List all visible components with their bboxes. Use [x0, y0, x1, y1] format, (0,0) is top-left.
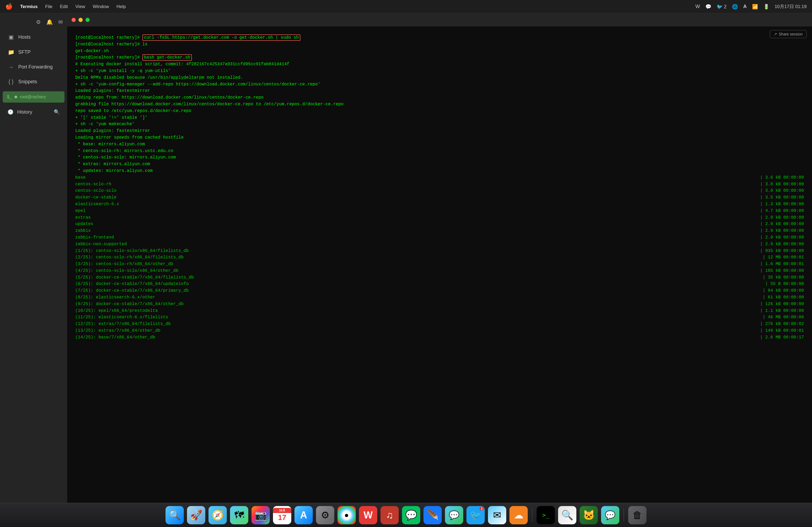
close-button[interactable]: [71, 18, 76, 22]
terminal-line-4: [root@localhost rachery]# bash get-docke…: [75, 54, 804, 61]
active-session[interactable]: $_ root@rachery: [3, 91, 64, 103]
menu-termius[interactable]: Termius: [20, 4, 38, 10]
dock-photos[interactable]: 📷: [251, 506, 270, 524]
terminal-line-17: * base: mirrors.aliyun.com: [75, 141, 804, 148]
menu-view[interactable]: View: [75, 4, 85, 10]
finder-icon: 🔍: [169, 510, 181, 521]
terminal-dock-icon: >_: [542, 512, 550, 518]
menubar-widget-w[interactable]: W: [695, 4, 700, 10]
spotlight-icon: 🔍: [561, 510, 574, 521]
menu-edit[interactable]: Edit: [60, 4, 68, 10]
dock-spotlight[interactable]: 🔍: [558, 506, 576, 524]
dock-messages[interactable]: 💬: [445, 506, 463, 524]
menubar-wechat[interactable]: 💬: [705, 4, 711, 10]
menubar-globe[interactable]: 🌐: [732, 4, 738, 10]
menubar-battery[interactable]: 🔋: [763, 4, 769, 10]
snippets-icon: { }: [8, 79, 15, 85]
dock-launchpad[interactable]: 🚀: [187, 506, 205, 524]
terminal-table-row-4-25: (4/25): centos-sclo-sclo/x86_64/other_db…: [75, 267, 804, 274]
terminal-table-row-11-25: (11/25): elasticsearch-6.x/filelists | 4…: [75, 314, 804, 321]
terminal-table-row-12-25: (12/25): extras/7/x86_64/filelists_db | …: [75, 321, 804, 327]
dock-chrome[interactable]: ●: [337, 506, 356, 524]
terminal-line-2: [root@localhost rachery]# ls: [75, 41, 804, 48]
sftp-label: SFTP: [18, 49, 31, 55]
menu-help[interactable]: Help: [117, 4, 126, 10]
dock-calendar[interactable]: 10月 17: [273, 506, 291, 524]
maximize-button[interactable]: [85, 18, 90, 22]
dock-catapult[interactable]: 🐱: [580, 506, 598, 524]
dock-wechat[interactable]: 💬: [402, 506, 420, 524]
bell-icon[interactable]: 🔔: [46, 19, 53, 25]
calendar-month-icon: 10月: [273, 508, 291, 513]
dock-lark[interactable]: 🪶: [423, 506, 442, 524]
terminal-line-10: adding repo from: https://download.docke…: [75, 94, 804, 101]
minimize-button[interactable]: [78, 18, 83, 22]
sidebar-item-port-forwarding[interactable]: → Port Forwarding: [2, 60, 65, 74]
dock-terminal[interactable]: >_: [537, 506, 555, 524]
terminal-table-row-8-25: (8/25): elasticsearch-6.x/other | 61 kB …: [75, 294, 804, 301]
mail-icon[interactable]: ✉: [58, 19, 63, 25]
terminal-table-row-13-25: (13/25): extras/7/x86_64/other_db | 149 …: [75, 327, 804, 334]
sidebar-item-sftp[interactable]: 📁 SFTP: [2, 45, 65, 59]
terminal-line-21: * updates: mirrors.aliyun.com: [75, 167, 804, 174]
dock-maps[interactable]: 🗺: [230, 506, 248, 524]
twitter-badge: 1: [479, 507, 484, 510]
dock-separator-2: [624, 509, 624, 522]
terminal-wrapper: ↗ Share session [root@localhost rachery]…: [67, 13, 812, 503]
terminal-table-row-sclo: centos-sclo-sclo | 3.0 kB 00:00:00: [75, 188, 804, 194]
terminal-line-11: grabbing file https://download.docker.co…: [75, 101, 804, 108]
menubar-twitter[interactable]: 🐦 2: [716, 4, 727, 10]
settings-icon[interactable]: ⚙: [36, 19, 41, 25]
terminal-line-16: Loading mirror speeds from cached hostfi…: [75, 134, 804, 141]
menubar-a[interactable]: A: [743, 4, 747, 10]
terminal-table-row-es6: elasticsearch-6.x | 1.3 kB 00:00:00: [75, 201, 804, 208]
terminal-table-row-5-25: (5/25): docker-ce-stable/7/x86_64/fileli…: [75, 274, 804, 281]
imessage-icon: 💬: [605, 510, 615, 520]
sidebar: ⚙ 🔔 ✉ ▣ Hosts 📁 SFTP → Port Forwarding {…: [0, 13, 67, 503]
terminal-table-row-2-25: (2/25): centos-sclo-rh/x86_64/filelists_…: [75, 254, 804, 261]
sidebar-item-snippets[interactable]: { } Snippets: [2, 75, 65, 89]
dock-music[interactable]: ♫: [380, 506, 399, 524]
terminal-table-row-epel: epel | 4.7 kB 00:00:00: [75, 208, 804, 214]
terminal-line-14: + sh -c 'yum makecache': [75, 121, 804, 128]
launchpad-icon: 🚀: [190, 510, 202, 521]
music-icon: ♫: [386, 510, 393, 521]
terminal-table-row-14-25: (14/25): base/7/x86_64/other_db | 2.6 MB…: [75, 334, 804, 341]
appstore-icon: A: [300, 510, 307, 521]
terminal-line-18: * centos-sclo-rh: mirrors.ustc.edu.cn: [75, 148, 804, 155]
traffic-lights: [67, 14, 94, 26]
dock-separator: [532, 509, 532, 522]
port-forwarding-label: Port Forwarding: [18, 64, 53, 70]
dock-mail[interactable]: ✉: [488, 506, 506, 524]
search-icon[interactable]: 🔍: [54, 109, 60, 115]
terminal-table-row-extras: extras | 2.9 kB 00:00:00: [75, 214, 804, 221]
menu-window[interactable]: Window: [93, 4, 109, 10]
lark-icon: 🪶: [427, 510, 439, 521]
terminal-table-row-zabbix-fe: zabbix-frontend | 2.9 kB 00:00:00: [75, 234, 804, 241]
dock-imessage[interactable]: 💬: [601, 506, 619, 524]
menubar-wifi[interactable]: 📶: [752, 4, 758, 10]
dock-appstore[interactable]: A: [294, 506, 313, 524]
dock-settings[interactable]: ⚙: [316, 506, 334, 524]
menu-file[interactable]: File: [45, 4, 53, 10]
terminal-content[interactable]: [root@localhost rachery]# curl -fsSL htt…: [67, 29, 812, 503]
dock-finder[interactable]: 🔍: [165, 506, 184, 524]
dock-safari[interactable]: 🧭: [208, 506, 227, 524]
sidebar-item-hosts[interactable]: ▣ Hosts: [2, 30, 65, 44]
trash-icon: 🗑: [633, 510, 642, 521]
menubar-datetime: 10月17日 01:19: [775, 3, 807, 10]
dock-trash[interactable]: 🗑: [628, 506, 647, 524]
dock-twitter[interactable]: 🐦 1: [466, 506, 485, 524]
mail-dock-icon: ✉: [493, 510, 501, 521]
wechat-icon: 💬: [405, 510, 417, 521]
terminal-line-13: + '[' stable '!=' stable ']': [75, 114, 804, 121]
dock: 🔍 🚀 🧭 🗺 📷 10月 17 A ⚙ ● W ♫ 💬 🪶 💬 🐦 1: [0, 503, 812, 527]
share-icon: ↗: [774, 32, 777, 36]
apple-menu[interactable]: 🍎: [5, 3, 13, 10]
share-session-button[interactable]: ↗ Share session: [770, 30, 807, 38]
dock-wps[interactable]: W: [359, 506, 377, 524]
sidebar-item-history[interactable]: 🕐 History 🔍: [2, 105, 65, 119]
dock-cloudflare[interactable]: ☁: [509, 506, 528, 524]
terminal-line-15: Loaded plugins: fastestmirror: [75, 128, 804, 134]
active-session-label: root@rachery: [20, 94, 46, 99]
